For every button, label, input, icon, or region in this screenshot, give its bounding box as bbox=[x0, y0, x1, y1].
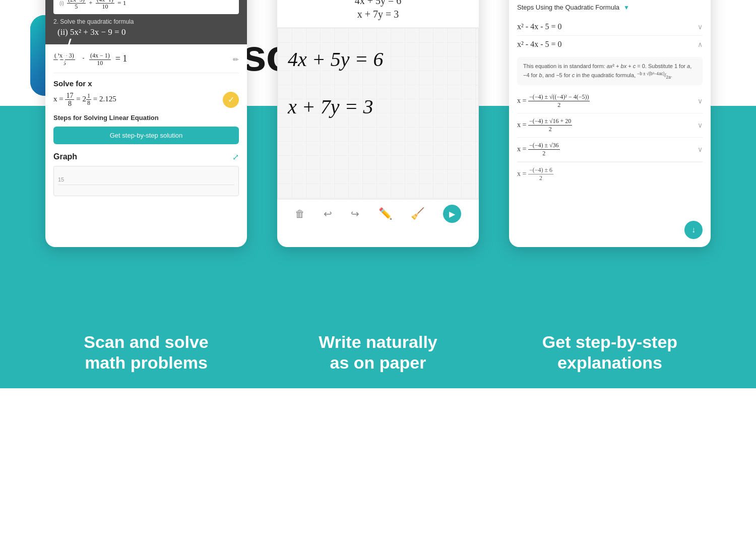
caption1-line1: Scan and solve bbox=[45, 332, 247, 352]
step-eq3: x = −(−4) ± √362 ∨ bbox=[517, 138, 703, 162]
phone2-equations: 4x + 5y = 6 x + 7y = 3 bbox=[277, 0, 479, 28]
eraser-icon[interactable]: 🧹 bbox=[411, 207, 424, 220]
phone3-content: Solve for x Steps Using the Quadratic Fo… bbox=[509, 0, 711, 194]
eq-row-2[interactable]: x² - 4x - 5 = 0 ∧ bbox=[517, 36, 703, 53]
drawing-canvas[interactable]: 4x + 5y = 6 x + 7y = 3 bbox=[277, 28, 479, 199]
method-row: Steps Using the Quadratic Formula ▼ bbox=[517, 4, 703, 11]
caption2-line1: Write naturally bbox=[277, 332, 479, 352]
phone2-toolbar: 🗑 ↩ ↪ ✏️ 🧹 ▶ bbox=[277, 199, 479, 228]
caption1: Scan and solve math problems bbox=[45, 332, 247, 373]
step-eq2-text: x = −(−4) ± √16 + 202 bbox=[517, 117, 572, 133]
scroll-down-button[interactable]: ↓ bbox=[684, 221, 703, 239]
pencil-icon[interactable]: ✏ bbox=[233, 55, 239, 64]
trash-icon[interactable]: 🗑 bbox=[295, 208, 305, 220]
caption1-line2: math problems bbox=[45, 352, 247, 373]
pencil-tool-icon[interactable]: ✏️ bbox=[379, 207, 392, 220]
graph-header: Graph ⤢ bbox=[53, 152, 239, 162]
problem1-eq-box: (i) (2x−3)5 + (4x−1)10 = 1 bbox=[53, 0, 239, 14]
eq-num: (i) bbox=[59, 1, 64, 6]
step-eq2: x = −(−4) ± √16 + 202 ∨ bbox=[517, 113, 703, 138]
chevron-down4: ∨ bbox=[698, 121, 703, 130]
logo-symbol: √x bbox=[51, 35, 90, 77]
undo-icon[interactable]: ↩ bbox=[324, 208, 332, 220]
teal-background: ← Algebra Assignment 🔖 1. Solve the line… bbox=[0, 106, 756, 388]
steps-label: Steps for Solving Linear Equation bbox=[53, 114, 239, 122]
problem2-label: 2. Solve the quadratic formula bbox=[53, 18, 239, 25]
explanation-box: This equation is in standard form: ax² +… bbox=[517, 57, 703, 85]
eq-row-1[interactable]: x² - 4x - 5 = 0 ∨ bbox=[517, 18, 703, 36]
step-eq1-text: x = −(−4) ± √((−4)² − 4(−5))2 bbox=[517, 93, 590, 109]
expand-icon[interactable]: ⤢ bbox=[232, 152, 239, 162]
send-button[interactable]: ▶ bbox=[443, 205, 461, 223]
eq1: x² - 4x - 5 = 0 bbox=[517, 22, 561, 31]
eq-line2: x + 7y = 3 bbox=[285, 9, 471, 20]
caption3-line1: Get step-by-step bbox=[509, 332, 711, 352]
step-eq1: x = −(−4) ± √((−4)² − 4(−5))2 ∨ bbox=[517, 89, 703, 113]
solve-result-row: x = 178 = 218 = 2.125 ✓ bbox=[53, 92, 239, 108]
eq-line1: 4x + 5y = 6 bbox=[285, 0, 471, 7]
handwritten-line1: 4x + 5y = 6 bbox=[288, 43, 468, 76]
step-by-step-button[interactable]: Get step-by-step solution bbox=[53, 127, 239, 144]
caption2-line2: as on paper bbox=[277, 352, 479, 373]
phone3-mockup: ‹ ☐ Solve for x Steps Using the Quadrati… bbox=[509, 0, 711, 247]
chevron-down3: ∨ bbox=[698, 97, 703, 105]
caption2: Write naturally as on paper bbox=[277, 332, 479, 373]
handwritten-equations: 4x + 5y = 6 x + 7y = 3 bbox=[288, 43, 468, 123]
caption3-line2: explanations bbox=[509, 352, 711, 373]
solve-equation: x = 178 = 218 = 2.125 bbox=[53, 92, 116, 108]
explanation-text: This equation is in standard form: ax² +… bbox=[523, 63, 691, 78]
last-eq: x = −(−4) ± 62 bbox=[517, 162, 703, 186]
graph-area: 15 bbox=[53, 166, 239, 196]
step-eq3-text: x = −(−4) ± √362 bbox=[517, 142, 560, 157]
solve-header: Solve for x bbox=[53, 79, 239, 88]
caption3: Get step-by-step explanations bbox=[509, 332, 711, 373]
captions-row: Scan and solve math problems Write natur… bbox=[0, 332, 756, 373]
check-icon: ✓ bbox=[223, 92, 239, 108]
method-label: Steps Using the Quadratic Formula bbox=[517, 4, 619, 11]
phones-row: ← Algebra Assignment 🔖 1. Solve the line… bbox=[0, 0, 756, 247]
handwritten-line2: x + 7y = 3 bbox=[288, 91, 468, 123]
graph-label: Graph bbox=[53, 152, 77, 161]
chevron-up2: ∧ bbox=[698, 40, 703, 48]
eq2: x² - 4x - 5 = 0 bbox=[517, 40, 561, 49]
chevron-down1: ∨ bbox=[698, 23, 703, 31]
chevron-down5: ∨ bbox=[698, 145, 703, 154]
problem1-eq: (2x−3)5 + (4x−1)10 = 1 bbox=[67, 0, 126, 10]
redo-icon[interactable]: ↪ bbox=[351, 208, 359, 220]
phone2-mockup: ☰ 📷 Scan ⌨ Type ✍ Draw ⚙ bbox=[277, 0, 479, 247]
method-arrow[interactable]: ▼ bbox=[623, 4, 629, 11]
